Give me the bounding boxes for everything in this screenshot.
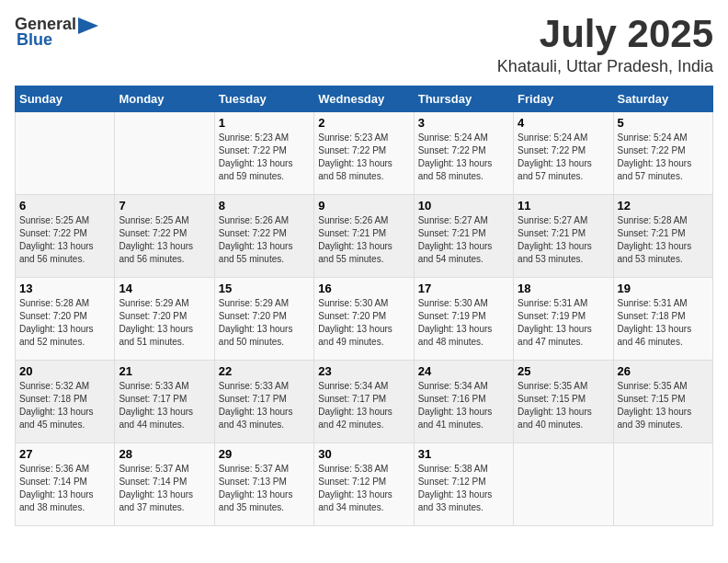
day-number: 8 [219,199,310,213]
logo: General Blue [15,15,98,50]
day-number: 10 [418,199,509,213]
calendar-cell: 23Sunrise: 5:34 AMSunset: 7:17 PMDayligh… [314,361,414,443]
day-info: Sunrise: 5:29 AMSunset: 7:20 PMDaylight:… [119,297,210,349]
day-number: 21 [119,364,210,378]
day-info: Sunrise: 5:33 AMSunset: 7:17 PMDaylight:… [119,380,210,431]
calendar-cell [16,112,115,195]
calendar-cell: 3Sunrise: 5:24 AMSunset: 7:22 PMDaylight… [414,112,513,195]
day-number: 17 [418,282,509,295]
day-info: Sunrise: 5:28 AMSunset: 7:20 PMDaylight:… [19,297,110,349]
calendar-cell: 7Sunrise: 5:25 AMSunset: 7:22 PMDaylight… [115,195,214,278]
weekday-header: Monday [115,86,214,112]
logo-blue-text: Blue [17,30,52,50]
weekday-header: Sunday [16,86,115,112]
weekday-header: Wednesday [314,86,414,112]
day-info: Sunrise: 5:25 AMSunset: 7:22 PMDaylight:… [19,214,110,266]
day-info: Sunrise: 5:29 AMSunset: 7:20 PMDaylight:… [219,297,310,349]
day-number: 7 [119,199,210,213]
day-number: 27 [19,447,110,461]
day-number: 22 [219,364,310,378]
day-number: 18 [518,282,609,295]
calendar-cell: 28Sunrise: 5:37 AMSunset: 7:14 PMDayligh… [115,443,214,526]
day-info: Sunrise: 5:36 AMSunset: 7:14 PMDaylight:… [19,463,110,514]
day-info: Sunrise: 5:37 AMSunset: 7:13 PMDaylight:… [219,463,310,514]
day-info: Sunrise: 5:33 AMSunset: 7:17 PMDaylight:… [219,380,310,431]
calendar-cell: 26Sunrise: 5:35 AMSunset: 7:15 PMDayligh… [613,361,712,443]
day-number: 14 [119,282,210,295]
calendar-cell: 31Sunrise: 5:38 AMSunset: 7:12 PMDayligh… [414,443,513,526]
day-number: 5 [618,116,709,130]
day-info: Sunrise: 5:26 AMSunset: 7:21 PMDaylight:… [318,214,409,266]
weekday-header: Saturday [613,86,712,112]
day-info: Sunrise: 5:30 AMSunset: 7:20 PMDaylight:… [318,297,409,349]
svg-marker-0 [78,17,98,34]
calendar-week-row: 1Sunrise: 5:23 AMSunset: 7:22 PMDaylight… [16,112,713,195]
calendar-cell: 13Sunrise: 5:28 AMSunset: 7:20 PMDayligh… [16,278,115,361]
calendar-cell [613,443,712,526]
day-number: 12 [618,199,709,213]
calendar-cell [115,112,214,195]
day-number: 23 [318,364,409,378]
day-info: Sunrise: 5:28 AMSunset: 7:21 PMDaylight:… [618,214,709,266]
calendar-cell: 18Sunrise: 5:31 AMSunset: 7:19 PMDayligh… [514,278,613,361]
day-number: 13 [19,282,110,295]
calendar-cell: 24Sunrise: 5:34 AMSunset: 7:16 PMDayligh… [414,361,513,443]
day-number: 4 [518,116,609,130]
month-title: July 2025 [497,15,713,53]
day-info: Sunrise: 5:24 AMSunset: 7:22 PMDaylight:… [618,132,709,183]
calendar-cell: 29Sunrise: 5:37 AMSunset: 7:13 PMDayligh… [214,443,313,526]
calendar-cell: 14Sunrise: 5:29 AMSunset: 7:20 PMDayligh… [115,278,214,361]
calendar-cell: 19Sunrise: 5:31 AMSunset: 7:18 PMDayligh… [613,278,712,361]
calendar-cell: 2Sunrise: 5:23 AMSunset: 7:22 PMDaylight… [314,112,414,195]
calendar-week-row: 6Sunrise: 5:25 AMSunset: 7:22 PMDaylight… [16,195,713,278]
calendar-week-row: 13Sunrise: 5:28 AMSunset: 7:20 PMDayligh… [16,278,713,361]
calendar-cell: 22Sunrise: 5:33 AMSunset: 7:17 PMDayligh… [214,361,313,443]
weekday-header: Tuesday [214,86,313,112]
calendar-cell: 27Sunrise: 5:36 AMSunset: 7:14 PMDayligh… [16,443,115,526]
calendar-cell: 15Sunrise: 5:29 AMSunset: 7:20 PMDayligh… [214,278,313,361]
day-number: 16 [318,282,409,295]
day-number: 30 [318,447,409,461]
calendar-cell: 12Sunrise: 5:28 AMSunset: 7:21 PMDayligh… [613,195,712,278]
calendar-week-row: 20Sunrise: 5:32 AMSunset: 7:18 PMDayligh… [16,361,713,443]
day-info: Sunrise: 5:32 AMSunset: 7:18 PMDaylight:… [19,380,110,431]
day-info: Sunrise: 5:35 AMSunset: 7:15 PMDaylight:… [618,380,709,431]
day-info: Sunrise: 5:23 AMSunset: 7:22 PMDaylight:… [318,132,409,183]
page-header: General Blue July 2025 Khatauli, Uttar P… [15,15,713,76]
calendar-cell: 4Sunrise: 5:24 AMSunset: 7:22 PMDaylight… [514,112,613,195]
day-info: Sunrise: 5:37 AMSunset: 7:14 PMDaylight:… [119,463,210,514]
day-number: 24 [418,364,509,378]
day-number: 20 [19,364,110,378]
calendar-cell: 8Sunrise: 5:26 AMSunset: 7:22 PMDaylight… [214,195,313,278]
day-number: 3 [418,116,509,130]
calendar-cell: 6Sunrise: 5:25 AMSunset: 7:22 PMDaylight… [16,195,115,278]
day-number: 25 [518,364,609,378]
day-info: Sunrise: 5:31 AMSunset: 7:18 PMDaylight:… [618,297,709,349]
calendar-cell: 11Sunrise: 5:27 AMSunset: 7:21 PMDayligh… [514,195,613,278]
day-number: 11 [518,199,609,213]
day-info: Sunrise: 5:24 AMSunset: 7:22 PMDaylight:… [418,132,509,183]
day-number: 2 [318,116,409,130]
day-info: Sunrise: 5:38 AMSunset: 7:12 PMDaylight:… [418,463,509,514]
calendar-cell [514,443,613,526]
calendar-cell: 1Sunrise: 5:23 AMSunset: 7:22 PMDaylight… [214,112,313,195]
day-number: 28 [119,447,210,461]
day-info: Sunrise: 5:26 AMSunset: 7:22 PMDaylight:… [219,214,310,266]
day-info: Sunrise: 5:27 AMSunset: 7:21 PMDaylight:… [418,214,509,266]
day-info: Sunrise: 5:34 AMSunset: 7:16 PMDaylight:… [418,380,509,431]
calendar-cell: 25Sunrise: 5:35 AMSunset: 7:15 PMDayligh… [514,361,613,443]
weekday-header: Thursday [414,86,513,112]
day-info: Sunrise: 5:31 AMSunset: 7:19 PMDaylight:… [518,297,609,349]
weekday-header-row: SundayMondayTuesdayWednesdayThursdayFrid… [16,86,713,112]
calendar-cell: 10Sunrise: 5:27 AMSunset: 7:21 PMDayligh… [414,195,513,278]
day-number: 29 [219,447,310,461]
calendar-cell: 20Sunrise: 5:32 AMSunset: 7:18 PMDayligh… [16,361,115,443]
day-info: Sunrise: 5:25 AMSunset: 7:22 PMDaylight:… [119,214,210,266]
calendar-cell: 9Sunrise: 5:26 AMSunset: 7:21 PMDaylight… [314,195,414,278]
day-info: Sunrise: 5:23 AMSunset: 7:22 PMDaylight:… [219,132,310,183]
calendar-table: SundayMondayTuesdayWednesdayThursdayFrid… [15,86,713,526]
calendar-cell: 30Sunrise: 5:38 AMSunset: 7:12 PMDayligh… [314,443,414,526]
day-info: Sunrise: 5:35 AMSunset: 7:15 PMDaylight:… [518,380,609,431]
day-number: 19 [618,282,709,295]
day-number: 9 [318,199,409,213]
